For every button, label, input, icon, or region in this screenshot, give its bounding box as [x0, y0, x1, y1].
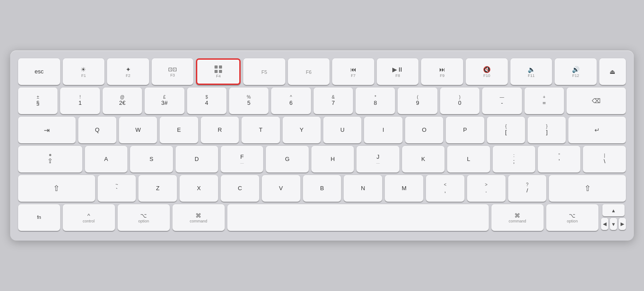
key-arrow-down[interactable]: ▼ [610, 218, 617, 230]
key-control[interactable]: ^ control [63, 204, 115, 231]
key-command-left[interactable]: ⌘ command [172, 204, 225, 231]
key-w[interactable]: W [119, 117, 157, 143]
key-d[interactable]: D [176, 146, 218, 172]
key-arrow-right[interactable]: ▶ [619, 218, 626, 230]
key-l[interactable]: L [447, 146, 490, 172]
key-v[interactable]: V [262, 175, 300, 202]
key-t[interactable]: T [242, 117, 280, 143]
key-f[interactable]: F — [221, 146, 263, 172]
key-e[interactable]: E [160, 117, 198, 143]
key-g[interactable]: G [266, 146, 308, 172]
key-6[interactable]: ^ 6 [271, 88, 310, 114]
key-semicolon[interactable]: : ; [493, 146, 535, 172]
key-slash[interactable]: ? / [508, 175, 547, 202]
key-k[interactable]: K [402, 146, 445, 172]
key-0[interactable]: ) 0 [440, 88, 479, 114]
key-f9[interactable]: ⏭ F9 [421, 58, 463, 85]
key-a[interactable]: A [85, 146, 127, 172]
key-b[interactable]: B [303, 175, 341, 202]
key-period[interactable]: > . [467, 175, 506, 202]
key-p[interactable]: P [446, 117, 484, 143]
key-f8[interactable]: ▶⏸ F8 [377, 58, 419, 85]
key-option-left[interactable]: ⌥ option [118, 204, 170, 231]
key-4[interactable]: $ 4 [187, 88, 226, 114]
key-f4[interactable]: F4 [196, 58, 241, 85]
key-f5[interactable]: F5 [243, 58, 285, 85]
key-y[interactable]: Y [283, 117, 321, 143]
key-space[interactable] [227, 204, 489, 231]
key-i[interactable]: I [364, 117, 402, 143]
number-row: ± § ! 1 @ 2€ £ 3# $ 4 % 5 ^ 6 & 7 [18, 88, 626, 114]
key-o[interactable]: O [405, 117, 443, 143]
key-section[interactable]: ± § [18, 88, 58, 114]
key-eject[interactable]: ⏏ [599, 58, 626, 85]
key-command-right[interactable]: ⌘ command [491, 204, 544, 231]
key-comma[interactable]: < , [426, 175, 464, 202]
key-1[interactable]: ! 1 [60, 88, 100, 114]
key-f3[interactable]: ⊡⊡ F3 [152, 58, 194, 85]
key-5[interactable]: % 5 [229, 88, 268, 114]
qwerty-row: ⇥ Q W E R T Y U I O P { [ } ] ↵ [18, 117, 626, 143]
key-minus[interactable]: — - [482, 88, 521, 114]
key-shift-left[interactable]: ⇧ [18, 175, 95, 202]
key-f6[interactable]: F6 [288, 58, 330, 85]
key-tab[interactable]: ⇥ [18, 117, 76, 143]
keyboard: esc ☀ F1 ✦ F2 ⊡⊡ F3 F4 F5 F6 [10, 50, 634, 241]
key-shift-right[interactable]: ⇧ [549, 175, 626, 202]
key-return[interactable]: ↵ [568, 117, 626, 143]
key-2[interactable]: @ 2€ [103, 88, 142, 114]
asdf-row: ⇪ A S D F — G H J — K L : ; " ' | \ [18, 146, 626, 172]
key-f10[interactable]: 🔇 F10 [466, 58, 508, 85]
key-open-bracket[interactable]: { [ [487, 117, 525, 143]
key-tilde[interactable]: ~ ` [98, 175, 136, 202]
key-caps-lock[interactable]: ⇪ [18, 146, 82, 172]
arrow-key-group: ▲ ◀ ▼ ▶ [601, 204, 626, 231]
key-quote[interactable]: " ' [538, 146, 580, 172]
key-close-bracket[interactable]: } ] [528, 117, 566, 143]
key-s[interactable]: S [130, 146, 172, 172]
key-arrow-up[interactable]: ▲ [602, 204, 625, 216]
function-row: esc ☀ F1 ✦ F2 ⊡⊡ F3 F4 F5 F6 [18, 58, 626, 85]
key-f7[interactable]: ⏮ F7 [332, 58, 374, 85]
zxcv-row: ⇧ ~ ` Z X C V B N M < , > . ? / ⇧ [18, 175, 626, 202]
key-f12[interactable]: 🔊 F12 [555, 58, 597, 85]
key-c[interactable]: C [221, 175, 259, 202]
key-u[interactable]: U [323, 117, 361, 143]
key-n[interactable]: N [344, 175, 382, 202]
key-backspace[interactable]: ⌫ [567, 88, 626, 114]
key-3[interactable]: £ 3# [145, 88, 184, 114]
key-z[interactable]: Z [138, 175, 177, 202]
key-f2[interactable]: ✦ F2 [107, 58, 149, 85]
key-f11[interactable]: 🔈 F11 [510, 58, 552, 85]
key-h[interactable]: H [311, 146, 354, 172]
key-esc[interactable]: esc [18, 58, 60, 85]
key-q[interactable]: Q [78, 117, 116, 143]
key-x[interactable]: X [180, 175, 218, 202]
bottom-row: fn ^ control ⌥ option ⌘ command ⌘ comman… [18, 204, 626, 231]
key-option-right[interactable]: ⌥ option [546, 204, 598, 231]
key-7[interactable]: & 7 [314, 88, 353, 114]
key-backslash[interactable]: | \ [583, 146, 625, 172]
key-8[interactable]: * 8 [356, 88, 395, 114]
key-m[interactable]: M [385, 175, 423, 202]
key-9[interactable]: ( 9 [398, 88, 437, 114]
key-fn[interactable]: fn [18, 204, 60, 231]
key-f1[interactable]: ☀ F1 [63, 58, 105, 85]
key-j[interactable]: J — [356, 146, 399, 172]
key-r[interactable]: R [201, 117, 239, 143]
key-arrow-left[interactable]: ◀ [601, 218, 608, 230]
key-equals[interactable]: + = [525, 88, 564, 114]
